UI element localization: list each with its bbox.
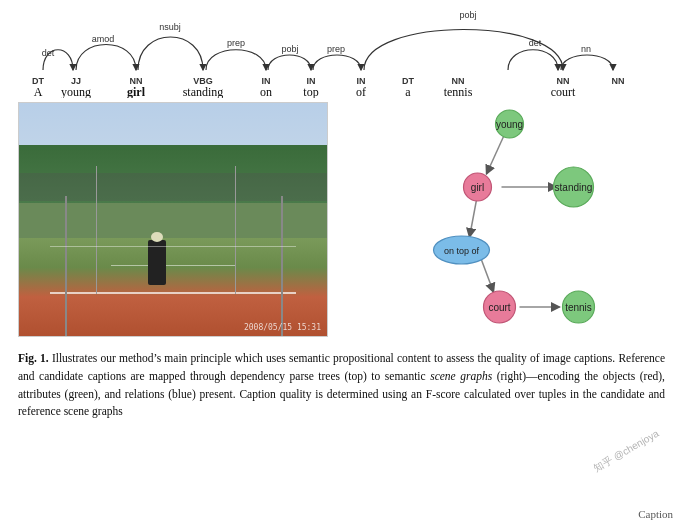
svg-text:standing: standing xyxy=(555,182,593,193)
svg-text:det: det xyxy=(529,38,542,48)
scene-graph-svg: young girl standing on top of court tenn… xyxy=(338,102,665,337)
svg-text:tennis: tennis xyxy=(444,85,473,98)
svg-text:NN: NN xyxy=(612,76,625,86)
dep-parse-area: det amod nsubj prep pobj prep pobj det n… xyxy=(18,8,665,98)
svg-text:prep: prep xyxy=(327,44,345,54)
svg-text:nsubj: nsubj xyxy=(159,22,181,32)
svg-text:on: on xyxy=(260,85,272,98)
figure-label: Fig. 1. xyxy=(18,352,49,364)
dep-parse-svg: det amod nsubj prep pobj prep pobj det n… xyxy=(18,8,665,98)
svg-text:of: of xyxy=(356,85,366,98)
svg-text:top: top xyxy=(303,85,318,98)
svg-text:nn: nn xyxy=(581,44,591,54)
svg-text:court: court xyxy=(551,85,576,98)
svg-text:amod: amod xyxy=(92,34,115,44)
watermark: 知乎 @chenjoya xyxy=(591,427,661,476)
page-container: det amod nsubj prep pobj prep pobj det n… xyxy=(0,0,683,528)
svg-text:A: A xyxy=(34,85,43,98)
middle-row: 2008/05/15 15:31 xyxy=(18,102,665,342)
svg-text:standing: standing xyxy=(183,85,224,98)
svg-text:girl: girl xyxy=(471,182,484,193)
scene-graph: young girl standing on top of court tenn… xyxy=(338,102,665,337)
figure-caption: Fig. 1. Illustrates our method’s main pr… xyxy=(18,350,665,421)
svg-text:prep: prep xyxy=(227,38,245,48)
svg-text:girl: girl xyxy=(127,85,146,98)
svg-text:pobj: pobj xyxy=(281,44,298,54)
tennis-court-image: 2008/05/15 15:31 xyxy=(18,102,328,337)
svg-text:det: det xyxy=(42,48,55,58)
caption-label: Caption xyxy=(638,508,673,520)
image-timestamp: 2008/05/15 15:31 xyxy=(244,323,321,332)
svg-text:a: a xyxy=(405,85,411,98)
svg-text:on top of: on top of xyxy=(444,246,480,256)
svg-text:pobj: pobj xyxy=(459,10,476,20)
svg-line-33 xyxy=(482,260,494,292)
svg-text:court: court xyxy=(488,302,510,313)
svg-text:tennis: tennis xyxy=(565,302,592,313)
svg-line-32 xyxy=(470,200,477,237)
svg-text:young: young xyxy=(496,119,523,130)
caption-italic: scene graphs xyxy=(430,370,492,382)
svg-text:young: young xyxy=(61,85,91,98)
